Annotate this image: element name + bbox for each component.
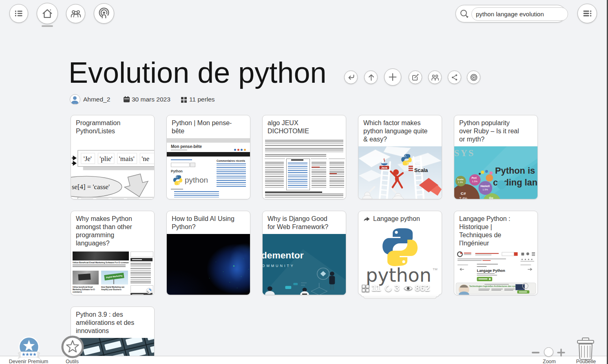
zoom-slider-knob[interactable] [544, 347, 553, 357]
avatar[interactable] [70, 94, 80, 105]
perles-count: 11 perles [189, 96, 215, 103]
stat-views: 862 [415, 283, 430, 293]
pearl-title: Why makes Python amongst than other prog… [71, 211, 151, 250]
svg-text:Perl: Perl [472, 176, 477, 179]
back-button[interactable] [344, 71, 358, 84]
target-button[interactable] [467, 71, 480, 84]
zoom-out-button[interactable] [532, 352, 539, 353]
blog-hero-image [73, 251, 129, 260]
footer-heading-line [171, 189, 183, 190]
options-icon [582, 8, 593, 19]
svg-text:Technologies logicielles Archi: Technologies logicielles Architectures d… [469, 285, 522, 288]
up-button[interactable] [364, 71, 378, 84]
team-icon [70, 8, 82, 20]
mini-search-button [190, 163, 195, 167]
doc-table-header [291, 159, 303, 161]
svg-text:se[4] = 'casse': se[4] = 'casse' [72, 183, 110, 191]
community-text: COMMUNITY [263, 264, 295, 268]
pearl-card-which-factor[interactable]: Which factor makes python language quite… [358, 115, 442, 199]
pearl-thumbnail [167, 234, 250, 295]
doc-table-lines [288, 163, 307, 188]
svg-text:7.4%: 7.4% [459, 196, 467, 199]
calendar-icon [123, 95, 130, 103]
blog-share-buttons [73, 294, 90, 295]
home-icon [41, 7, 53, 20]
up-arrow-icon [367, 73, 376, 82]
pearl-thumbnail: python TM 11 3 862 [358, 226, 442, 295]
stat-repicks: 3 [394, 283, 399, 293]
pearl-thumbnail: Utilize Beneficial Email Marketing Softw… [71, 250, 154, 295]
ladders-illustration: Java Scala [358, 146, 442, 199]
premium-button[interactable] [17, 336, 41, 362]
pearl-card-programmation-python[interactable]: Programmation Python/Listes 'Je' 'plie' … [71, 115, 155, 199]
pearl-title: Python 3.9 : des améliorations et des in… [71, 307, 153, 338]
svg-text:C#: C# [461, 191, 466, 196]
add-button[interactable] [384, 68, 401, 86]
menu-list-button[interactable] [9, 4, 28, 23]
edit-button[interactable] [409, 71, 422, 84]
edit-icon [411, 73, 420, 82]
pearl-stats: 11 3 862 [362, 283, 430, 293]
shared-arrow-icon [363, 216, 371, 222]
svg-text:1.5%: 1.5% [472, 180, 478, 183]
svg-text:1.5%: 1.5% [482, 188, 488, 191]
pearl-card-django[interactable]: Why is Django Good for Web Framework? co… [262, 211, 346, 295]
svg-text:1.3%: 1.3% [458, 181, 463, 183]
pearl-title-row: Langage python [358, 211, 442, 226]
blog-post2-image: Digital Marketing [101, 271, 128, 285]
card-stack-edge2 [363, 296, 437, 299]
broadcast-button[interactable] [94, 3, 114, 24]
python-logo-small [172, 175, 183, 185]
site-social-dots [233, 145, 246, 152]
pearl-card-mon-pense-bete[interactable]: Python | Mon pense-bête Mon pense-bête P… [166, 115, 250, 199]
doc-table-lines [312, 162, 326, 189]
collection-date: 30 mars 2023 [132, 96, 170, 103]
home-button[interactable] [37, 3, 58, 24]
sidebar-links [217, 163, 246, 188]
doc-paragraph [265, 154, 326, 157]
python-wordmark-small: python [185, 176, 208, 185]
pearl-card-techniques-ingenieur[interactable]: Langage Python : Historique | Techniques… [454, 211, 538, 295]
pearl-card-algo-jeux[interactable]: algo JEUX DICHOTOMIE [262, 115, 346, 199]
options-button[interactable] [577, 4, 597, 23]
sidebar-header [130, 258, 153, 261]
trash-icon[interactable] [576, 338, 595, 360]
tools-button[interactable] [61, 335, 84, 360]
doc-paragraph [265, 194, 343, 199]
share-team-button[interactable] [428, 71, 442, 84]
tools-star-icon [61, 335, 84, 359]
svg-text:'plie': 'plie' [99, 155, 112, 163]
search-input[interactable] [471, 7, 568, 21]
pearl-title: Why is Django Good for Web Framework? [263, 211, 338, 234]
premium-badge-icon [17, 336, 41, 360]
broadcast-icon [97, 7, 111, 20]
website-screenshot: Langage Python Technologies logicielles … [454, 250, 537, 295]
pearl-card-langage-python[interactable]: Langage python python TM 11 3 862 [358, 211, 442, 295]
author-name[interactable]: Ahmed_2 [83, 96, 110, 103]
recaptcha-icon [146, 288, 152, 294]
search-bar[interactable] [455, 5, 566, 22]
stat-perles: 11 [371, 283, 381, 293]
pearl-title: Python | Mon pense-bête [167, 115, 247, 138]
plus-icon [387, 72, 398, 82]
pearl-thumbnail: Langage Python Technologies logicielles … [454, 250, 537, 295]
pearl-title: Langage python [373, 215, 420, 223]
premium-label[interactable]: Devenir Premium [4, 359, 53, 364]
caption-line1: Python is [495, 165, 535, 176]
bottom-bar [0, 356, 608, 364]
pearl-card-build-ai[interactable]: How to Build AI Using Python? [166, 211, 250, 295]
views-icon [403, 285, 413, 292]
doc-paragraph [265, 148, 343, 153]
face-glow [228, 250, 246, 282]
blog-paragraph [73, 265, 126, 268]
tools-label[interactable]: Outils [56, 359, 88, 364]
pearl-card-why-makes-python[interactable]: Why makes Python amongst than other prog… [71, 211, 155, 295]
share-button[interactable] [448, 71, 461, 84]
team-button[interactable] [66, 4, 85, 23]
svg-text:'mais': 'mais' [119, 155, 135, 163]
sidebar-search-box [130, 251, 153, 257]
zoom-in-button[interactable] [557, 349, 565, 357]
pearl-title: Python popularity over Ruby – Is it real… [454, 115, 526, 146]
brand-text: codementor [263, 251, 304, 260]
pearl-card-python-popularity[interactable]: Python popularity over Ruby – Is it real… [454, 115, 538, 199]
